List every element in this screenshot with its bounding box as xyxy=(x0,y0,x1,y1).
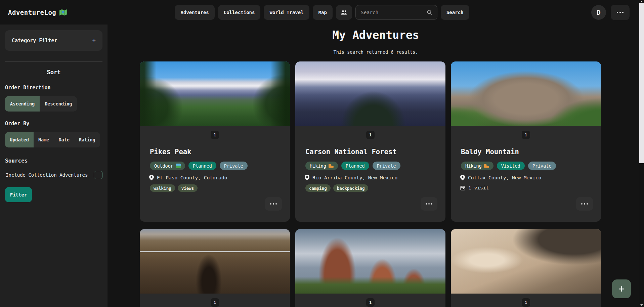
order-by-rating-button[interactable]: Rating xyxy=(74,132,100,147)
users-icon xyxy=(341,10,347,15)
national-park-icon xyxy=(176,164,181,168)
nav-map-button[interactable]: Map xyxy=(313,5,333,20)
badge-row: Outdoor Planned Private xyxy=(150,162,290,170)
map-pin-icon xyxy=(149,175,154,180)
calendar-icon xyxy=(460,185,465,190)
avatar[interactable]: D xyxy=(591,5,606,20)
app-logo[interactable]: AdventureLog xyxy=(8,0,67,25)
map-pin-icon xyxy=(305,175,309,180)
location-row: Rio Arriba County, New Mexico xyxy=(305,175,445,180)
image-count-badge: 1 xyxy=(211,131,219,139)
ellipsis-icon xyxy=(581,203,588,205)
image-count-badge: 1 xyxy=(522,298,530,307)
sort-heading: Sort xyxy=(4,69,103,76)
badge-row: Hiking Planned Private xyxy=(305,162,445,170)
vertical-scrollbar[interactable] xyxy=(639,0,644,307)
order-by-name-button[interactable]: Name xyxy=(34,132,54,147)
include-collection-row: Include Collection Adventures xyxy=(6,171,103,179)
ellipsis-icon xyxy=(617,12,624,13)
page-title: My Adventures xyxy=(108,25,644,42)
adventure-card-row2-3[interactable]: 1 xyxy=(451,229,601,307)
map-pin-icon xyxy=(460,175,465,180)
image-count-badge: 1 xyxy=(522,131,530,139)
order-direction-descending-button[interactable]: Descending xyxy=(40,96,77,112)
image-count-badge: 1 xyxy=(366,131,375,139)
status-badge: Planned xyxy=(188,162,216,170)
scroll-up-arrow-icon[interactable] xyxy=(640,1,643,2)
expand-icon[interactable]: + xyxy=(92,37,96,44)
visits-row: 1 visit xyxy=(460,185,601,190)
results-text: This search returned 6 results. xyxy=(108,49,644,55)
adventure-image[interactable] xyxy=(295,61,445,126)
adventure-image[interactable] xyxy=(451,61,601,126)
order-direction-ascending-button[interactable]: Ascending xyxy=(5,96,40,112)
scrollbar-thumb[interactable] xyxy=(639,3,644,163)
card-menu-button[interactable] xyxy=(576,197,593,211)
location-text: El Paso County, Colorado xyxy=(157,175,227,180)
tag-row: walking views xyxy=(150,184,290,192)
category-badge: Outdoor xyxy=(150,162,185,170)
search-button[interactable]: Search xyxy=(441,5,469,20)
sidebar-divider xyxy=(5,61,102,62)
adventure-image[interactable] xyxy=(140,229,290,294)
nav-collections-button[interactable]: Collections xyxy=(218,5,261,20)
nav-overflow-button[interactable] xyxy=(611,5,630,20)
order-direction-toggle: Ascending Descending xyxy=(5,96,77,112)
tag: backpacking xyxy=(333,184,369,192)
nav-adventures-button[interactable]: Adventures xyxy=(175,5,214,20)
adventure-image[interactable] xyxy=(295,229,445,294)
privacy-badge: Private xyxy=(220,162,248,170)
category-badge: Hiking xyxy=(461,162,493,170)
tag: camping xyxy=(305,184,331,192)
include-collection-checkbox[interactable] xyxy=(94,171,103,179)
order-direction-label: Order Direction xyxy=(5,85,103,91)
adventure-card-baldy-mountain[interactable]: 1 Baldy Mountain Hiking Visited Private … xyxy=(451,61,601,222)
search-input[interactable] xyxy=(360,9,427,15)
plus-icon: + xyxy=(618,284,625,294)
adventure-card-pikes-peak[interactable]: 1 Pikes Peak Outdoor Planned Private El … xyxy=(140,61,290,222)
hiking-boot-icon xyxy=(484,164,489,168)
adventure-title[interactable]: Carson National Forest xyxy=(305,148,445,156)
location-text: Colfax County, New Mexico xyxy=(468,175,541,180)
category-label: Hiking xyxy=(310,163,326,169)
filter-button[interactable]: Filter xyxy=(5,187,32,202)
image-count-badge: 1 xyxy=(366,298,375,307)
category-filter-panel[interactable]: Category Filter + xyxy=(5,30,102,51)
adventures-grid: 1 Pikes Peak Outdoor Planned Private El … xyxy=(140,61,601,307)
privacy-badge: Private xyxy=(373,162,400,170)
order-by-updated-button[interactable]: Updated xyxy=(5,132,34,147)
card-menu-button[interactable] xyxy=(265,197,282,211)
add-adventure-button[interactable]: + xyxy=(612,279,631,298)
ellipsis-icon xyxy=(426,203,432,205)
location-text: Rio Arriba County, New Mexico xyxy=(312,175,397,180)
map-logo-icon xyxy=(59,9,67,16)
tag: walking xyxy=(150,184,175,192)
scroll-down-arrow-icon[interactable] xyxy=(640,304,643,306)
filter-sidebar: Category Filter + Sort Order Direction A… xyxy=(0,25,108,307)
hiking-boot-icon xyxy=(329,164,334,168)
adventure-image[interactable] xyxy=(451,229,601,294)
badge-row: Hiking Visited Private xyxy=(461,162,601,170)
adventure-title[interactable]: Baldy Mountain xyxy=(461,148,601,156)
tag: views xyxy=(178,184,198,192)
adventure-image[interactable] xyxy=(140,61,290,126)
main-content: My Adventures This search returned 6 res… xyxy=(108,25,644,307)
adventure-title[interactable]: Pikes Peak xyxy=(150,148,290,156)
visits-text: 1 visit xyxy=(468,185,489,190)
top-navbar: AdventureLog Adventures Collections Worl… xyxy=(0,0,644,25)
category-badge: Hiking xyxy=(305,162,338,170)
category-label: Outdoor xyxy=(154,163,173,169)
privacy-badge: Private xyxy=(528,162,556,170)
adventure-card-carson-national-forest[interactable]: 1 Carson National Forest Hiking Planned … xyxy=(295,61,445,222)
order-by-date-button[interactable]: Date xyxy=(54,132,74,147)
nav-world-travel-button[interactable]: World Travel xyxy=(264,5,309,20)
category-label: Hiking xyxy=(465,163,482,169)
location-row: El Paso County, Colorado xyxy=(149,175,290,180)
adventure-card-row2-2[interactable]: 1 xyxy=(295,229,445,307)
tag-row: camping backpacking xyxy=(305,184,445,192)
nav-users-button[interactable] xyxy=(336,5,352,20)
adventure-card-row2-1[interactable]: 1 xyxy=(140,229,290,307)
card-menu-button[interactable] xyxy=(421,197,437,211)
category-filter-label: Category Filter xyxy=(12,38,57,44)
nav-right: D xyxy=(591,0,630,25)
